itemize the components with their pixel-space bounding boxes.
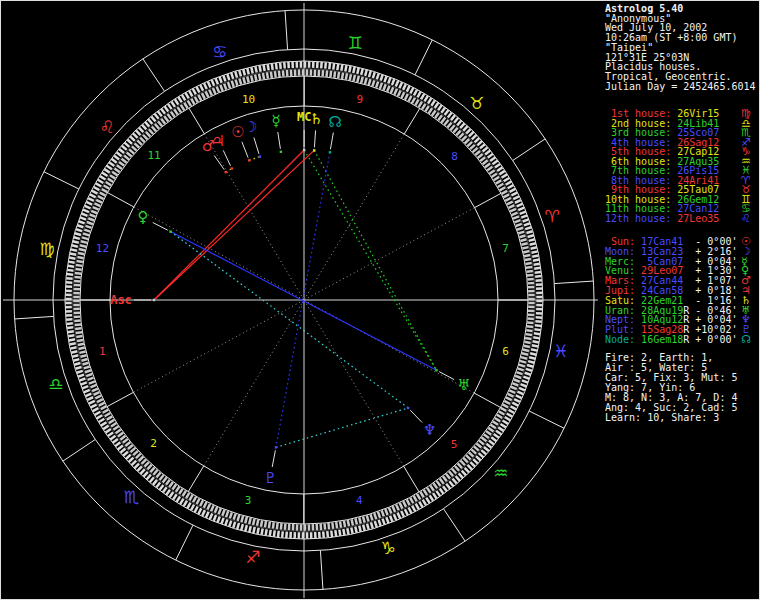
degree-tick: [169, 482, 173, 487]
degree-tick: [500, 424, 505, 427]
degree-tick: [75, 273, 81, 274]
degree-tick: [76, 229, 82, 231]
degree-tick: [507, 202, 513, 205]
degree-tick: [466, 455, 471, 459]
degree-tick: [513, 196, 519, 199]
house-number: 11: [147, 149, 160, 162]
degree-tick: [89, 381, 95, 383]
degree-tick: [72, 355, 78, 357]
degree-tick: [518, 232, 524, 234]
degree-tick: [367, 515, 369, 521]
degree-tick: [279, 71, 280, 77]
degree-tick: [525, 227, 531, 229]
degree-tick: [534, 329, 540, 330]
degree-tick: [151, 116, 155, 121]
degree-tick: [391, 87, 393, 93]
degree-tick: [120, 436, 125, 440]
degree-tick: [523, 219, 529, 221]
degree-tick: [277, 523, 278, 529]
degree-tick: [483, 147, 488, 151]
degree-tick: [371, 522, 373, 528]
degree-tick: [500, 187, 506, 190]
degree-tick: [235, 71, 237, 77]
degree-tick: [93, 408, 99, 411]
degree-tick: [386, 517, 388, 523]
degree-tick: [355, 527, 356, 533]
degree-tick: [255, 75, 256, 81]
degree-tick: [485, 151, 490, 155]
degree-tick: [363, 516, 365, 522]
degree-tick: [282, 531, 283, 537]
degree-tick: [416, 504, 419, 510]
degree-tick: [337, 64, 338, 70]
degree-tick: [160, 475, 164, 480]
degree-tick: [68, 266, 74, 267]
info-panel: Astrolog 5.40"Anonymous"Wed July 10, 200…: [604, 1, 760, 600]
degree-tick: [513, 216, 519, 218]
degree-tick: [338, 72, 339, 78]
degree-tick: [66, 319, 72, 320]
degree-tick: [110, 436, 115, 440]
degree-tick: [408, 96, 411, 102]
angle-label: Asc: [110, 293, 132, 307]
degree-tick: [519, 388, 525, 390]
degree-tick: [181, 105, 184, 110]
degree-tick: [221, 518, 223, 524]
degree-tick: [202, 93, 205, 99]
degree-tick: [140, 138, 145, 143]
degree-tick: [502, 191, 508, 194]
degree-tick: [522, 380, 528, 382]
degree-tick: [336, 522, 337, 528]
degree-tick: [419, 502, 422, 508]
degree-tick: [505, 417, 511, 420]
aspect-line: [314, 150, 436, 370]
statistics-line: Learn: 10, Share: 3: [605, 413, 759, 423]
degree-tick: [415, 100, 418, 106]
degree-tick: [522, 247, 528, 248]
planet-row: Node:16Gem18R+ 0°00'☊: [605, 335, 759, 345]
degree-tick: [445, 110, 449, 115]
degree-tick: [425, 106, 428, 111]
degree-tick: [327, 531, 328, 537]
degree-tick: [114, 156, 119, 160]
degree-tick: [163, 487, 167, 492]
degree-tick: [77, 225, 83, 227]
degree-tick: [122, 146, 127, 150]
house-number: 10: [242, 93, 255, 106]
degree-tick: [78, 375, 84, 377]
planet-position-dot: [303, 149, 305, 151]
degree-tick: [511, 406, 517, 409]
degree-tick: [75, 367, 81, 369]
degree-tick: [428, 98, 431, 103]
planet-position-dot: [275, 446, 277, 448]
degree-tick: [535, 321, 541, 322]
planet-icon: ☉: [231, 123, 244, 141]
degree-tick: [106, 429, 111, 433]
degree-tick: [502, 174, 507, 177]
degree-tick: [82, 237, 88, 239]
planet-icon: ♀: [137, 208, 148, 226]
degree-tick: [526, 231, 532, 233]
degree-tick: [414, 496, 417, 502]
degree-tick: [466, 129, 470, 134]
degree-tick: [521, 243, 527, 245]
aspect-line: [154, 150, 314, 300]
degree-tick: [448, 113, 452, 118]
degree-tick: [498, 427, 503, 431]
degree-tick: [403, 84, 406, 90]
degree-tick: [423, 500, 426, 506]
degree-tick: [339, 530, 340, 536]
degree-tick: [144, 462, 148, 467]
degree-tick: [372, 80, 374, 86]
degree-tick: [71, 351, 77, 352]
degree-tick: [354, 75, 355, 81]
degree-tick: [82, 213, 88, 215]
degree-tick: [72, 245, 78, 246]
sign-boundary: [529, 411, 564, 428]
degree-tick: [142, 125, 146, 130]
zodiac-sign-icon: ♌: [741, 213, 751, 224]
planet-icon: ♇: [263, 469, 276, 487]
degree-tick: [351, 527, 352, 533]
degree-tick: [389, 508, 391, 514]
degree-tick: [455, 466, 459, 471]
